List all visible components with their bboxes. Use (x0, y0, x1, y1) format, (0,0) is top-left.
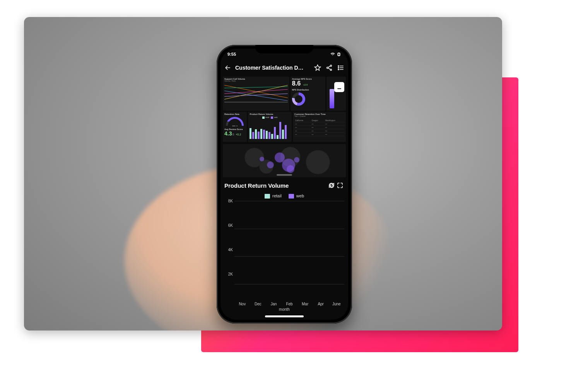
nps-delta: +2.0 (303, 84, 308, 86)
bar-chart[interactable]: 2K4K6K8K NovDecJanFebMarAprJune month (224, 201, 344, 312)
export-button[interactable] (334, 82, 344, 92)
svg-point-4 (338, 67, 339, 68)
x-tick: Mar (297, 302, 313, 306)
fullscreen-button[interactable] (336, 181, 344, 190)
review-delta: +0.2 (236, 133, 241, 136)
legend-retail: retail (262, 116, 270, 119)
gauge-chart-icon: 82% (226, 117, 244, 126)
tile-nps-score[interactable]: Average NPS Score 8.6 +2.0 NPS Distribut… (291, 77, 325, 111)
y-tick: 4K (228, 248, 233, 252)
column-bar-icon (330, 89, 334, 108)
section-product-return: Product Return Volume retail web 2K4K6K8… (220, 177, 348, 314)
tile-retention-rate[interactable]: Retention Rate 82% Avg Review Score 4.3/… (223, 112, 247, 142)
mini-legend: retail web (250, 116, 290, 119)
back-button[interactable] (224, 63, 232, 72)
bump-chart-icon (224, 82, 288, 105)
arrow-left-icon (224, 64, 231, 71)
tile-title: Product Return Volume (250, 113, 290, 115)
retention-value: 82% (226, 124, 244, 127)
gridline (234, 229, 344, 229)
tile-world-map[interactable] (223, 144, 346, 177)
gridline (234, 256, 344, 257)
y-tick: 8K (228, 199, 233, 203)
tile-title: Retention Rate (224, 113, 245, 115)
svg-point-3 (338, 65, 339, 66)
home-indicator[interactable] (265, 315, 304, 317)
favorite-button[interactable] (313, 63, 322, 72)
legend-retail: retail (265, 194, 282, 199)
x-axis-label: month (224, 307, 344, 312)
wifi-icon (330, 52, 335, 57)
expand-icon (337, 182, 344, 189)
table-header: Washington (325, 119, 344, 122)
refresh-button[interactable] (327, 181, 336, 190)
page-title: Customer Satisfaction D… (235, 65, 310, 71)
table-header: California (294, 119, 311, 122)
tile-subtitle: Year + Quarter (294, 115, 344, 117)
x-tick: Apr (313, 302, 329, 306)
app-bar: Customer Satisfaction D… (220, 60, 348, 76)
avg-review-value: 4.3/5 +0.2 (224, 130, 245, 137)
tile-retention-table[interactable]: Customer Retention Over Time Year + Quar… (293, 112, 346, 142)
review-value: 4.3 (224, 130, 232, 137)
table-row: ——— (294, 126, 344, 129)
scroll-indicator (277, 174, 292, 176)
x-axis: NovDecJanFebMarAprJune (234, 302, 344, 306)
tile-support-call-volume[interactable]: Support Call Volume Volume / Rank (223, 77, 289, 111)
tile-nps-column[interactable] (326, 77, 346, 111)
x-tick: Dec (250, 302, 266, 306)
share-icon (326, 64, 333, 71)
table-row: ——— (294, 122, 344, 126)
chart-legend: retail web (224, 194, 344, 199)
phone-frame: 9:55 Customer Satisfaction D… (217, 45, 352, 324)
x-tick: June (328, 302, 344, 306)
mini-bar-chart-icon (250, 121, 290, 139)
y-axis: 2K4K6K8K (224, 201, 234, 298)
gridline (234, 201, 344, 201)
star-icon (314, 64, 321, 71)
tile-title: NPS Distribution (292, 89, 324, 91)
refresh-icon (328, 182, 335, 189)
map-bubble (260, 157, 264, 161)
list-icon (337, 64, 344, 71)
table-row: ——— (294, 133, 344, 136)
phone-screen: 9:55 Customer Satisfaction D… (220, 49, 348, 320)
legend-web: web (289, 194, 304, 199)
download-icon (337, 84, 342, 90)
photo-card: 9:55 Customer Satisfaction D… (24, 17, 502, 330)
x-tick: Feb (282, 302, 297, 306)
dashboard-overview[interactable]: Support Call Volume Volume / Rank Averag… (220, 76, 348, 143)
y-tick: 2K (228, 272, 233, 276)
x-tick: Jan (266, 302, 282, 306)
gridline (234, 284, 344, 284)
nps-value: 8.6 (292, 80, 301, 87)
legend-web: web (271, 116, 277, 119)
retention-table: California Oregon Washington ——— ——— ———… (294, 119, 344, 136)
status-icons (330, 52, 341, 57)
y-tick: 6K (228, 223, 233, 228)
share-button[interactable] (325, 63, 333, 72)
list-button[interactable] (337, 63, 345, 72)
svg-line-9 (224, 89, 288, 94)
donut-chart-icon (292, 92, 305, 106)
tile-product-return-mini[interactable]: Product Return Volume retail web (248, 112, 291, 142)
section-title: Product Return Volume (224, 182, 327, 189)
battery-icon (337, 52, 341, 57)
x-tick: Nov (234, 302, 250, 306)
table-row: ——— (294, 129, 344, 133)
review-outof: /5 (232, 133, 234, 136)
table-header: Oregon (311, 119, 324, 122)
phone-notch (255, 45, 313, 53)
status-time: 9:55 (227, 52, 236, 57)
svg-point-5 (338, 69, 339, 70)
